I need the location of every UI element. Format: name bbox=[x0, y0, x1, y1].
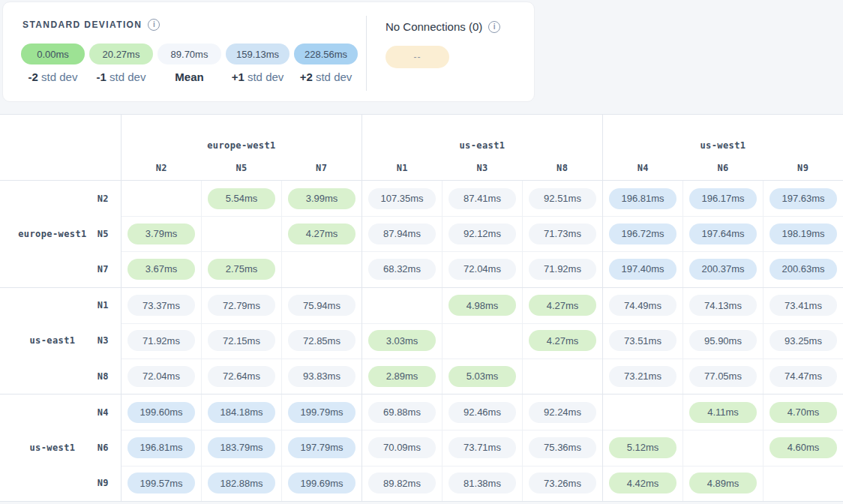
latency-cell: 75.36ms bbox=[522, 430, 602, 465]
latency-pill[interactable]: 197.63ms bbox=[770, 188, 837, 209]
latency-pill[interactable]: 3.99ms bbox=[288, 188, 356, 209]
row-group-us-east1: us-east1N173.37ms72.79ms75.94ms4.98ms4.2… bbox=[0, 287, 843, 394]
latency-cell: 4.70ms bbox=[763, 394, 843, 430]
latency-pill[interactable]: 93.83ms bbox=[288, 366, 356, 387]
latency-pill[interactable]: 4.11ms bbox=[689, 402, 757, 423]
latency-pill[interactable]: 70.09ms bbox=[368, 437, 436, 458]
latency-pill[interactable]: 74.13ms bbox=[689, 295, 757, 316]
latency-pill[interactable]: 72.64ms bbox=[208, 366, 275, 387]
latency-pill[interactable]: 95.90ms bbox=[689, 330, 757, 351]
latency-pill[interactable]: 72.85ms bbox=[288, 330, 356, 351]
latency-pill[interactable]: 4.60ms bbox=[770, 437, 837, 458]
latency-pill[interactable]: 2.89ms bbox=[368, 366, 436, 387]
latency-pill[interactable]: 197.40ms bbox=[609, 259, 676, 280]
latency-pill[interactable]: 71.92ms bbox=[529, 259, 596, 280]
latency-cell: 75.94ms bbox=[281, 288, 362, 323]
latency-cell: 74.49ms bbox=[602, 288, 682, 323]
latency-cell: 199.69ms bbox=[281, 466, 362, 501]
latency-pill[interactable]: 75.36ms bbox=[529, 437, 596, 458]
latency-pill[interactable]: 197.79ms bbox=[288, 437, 356, 458]
legend-title: STANDARD DEVIATION bbox=[22, 20, 142, 30]
latency-pill[interactable]: 73.26ms bbox=[529, 472, 596, 494]
latency-pill[interactable]: 107.35ms bbox=[368, 188, 436, 209]
latency-pill[interactable]: 72.79ms bbox=[208, 295, 275, 316]
latency-pill[interactable]: 92.46ms bbox=[448, 402, 516, 423]
latency-cell: 95.90ms bbox=[682, 323, 763, 358]
latency-cell: 5.12ms bbox=[602, 430, 682, 465]
latency-pill[interactable]: 71.92ms bbox=[128, 330, 195, 351]
latency-pill[interactable]: 196.72ms bbox=[609, 224, 676, 244]
std-dev-info-icon[interactable]: i bbox=[148, 19, 160, 31]
latency-pill[interactable]: 68.32ms bbox=[368, 259, 436, 280]
latency-pill[interactable]: 72.15ms bbox=[208, 330, 275, 351]
latency-pill[interactable]: 198.19ms bbox=[770, 224, 837, 244]
latency-pill[interactable]: 93.25ms bbox=[770, 330, 837, 351]
latency-pill[interactable]: 73.21ms bbox=[609, 366, 676, 387]
latency-pill[interactable]: 81.38ms bbox=[448, 472, 516, 494]
latency-pill[interactable]: 4.42ms bbox=[609, 472, 676, 494]
latency-cell: 73.26ms bbox=[522, 466, 602, 501]
latency-pill[interactable]: 182.88ms bbox=[208, 472, 275, 494]
self-cell bbox=[201, 216, 281, 251]
no-connections-info-icon[interactable]: i bbox=[488, 21, 500, 33]
latency-pill[interactable]: 196.17ms bbox=[689, 188, 757, 209]
latency-pill[interactable]: 87.41ms bbox=[448, 188, 516, 209]
latency-cell: 3.99ms bbox=[281, 181, 362, 216]
latency-pill[interactable]: 199.69ms bbox=[288, 472, 356, 494]
latency-pill[interactable]: 71.73ms bbox=[529, 224, 596, 244]
latency-pill[interactable]: 92.24ms bbox=[529, 402, 596, 423]
row-region-label: europe-west1 bbox=[0, 181, 105, 287]
latency-pill[interactable]: 196.81ms bbox=[609, 188, 676, 209]
latency-cell: 81.38ms bbox=[442, 466, 522, 501]
latency-pill[interactable]: 77.05ms bbox=[689, 366, 757, 387]
latency-pill[interactable]: 4.27ms bbox=[529, 330, 596, 351]
latency-pill[interactable]: 4.70ms bbox=[770, 402, 837, 423]
latency-pill[interactable]: 5.12ms bbox=[609, 437, 676, 458]
latency-pill[interactable]: 197.64ms bbox=[689, 224, 757, 244]
latency-pill[interactable]: 199.60ms bbox=[128, 402, 195, 423]
latency-pill[interactable]: 199.57ms bbox=[128, 472, 195, 494]
latency-cell: 92.12ms bbox=[442, 216, 522, 251]
latency-pill[interactable]: 73.51ms bbox=[609, 330, 676, 351]
latency-cell: 199.57ms bbox=[121, 466, 201, 501]
row-region-label: us-west1 bbox=[0, 394, 105, 501]
latency-pill[interactable]: 5.54ms bbox=[208, 188, 275, 209]
latency-pill[interactable]: 2.75ms bbox=[208, 259, 275, 280]
latency-cell: 5.54ms bbox=[201, 181, 281, 216]
latency-pill[interactable]: 196.81ms bbox=[128, 437, 195, 458]
latency-pill[interactable]: 74.47ms bbox=[770, 366, 837, 387]
latency-pill[interactable]: 4.27ms bbox=[288, 224, 356, 244]
latency-pill[interactable]: 200.63ms bbox=[770, 259, 837, 280]
legend-pill-plus2: 228.56ms bbox=[294, 44, 358, 64]
latency-pill[interactable]: 69.88ms bbox=[368, 402, 436, 423]
latency-pill[interactable]: 199.79ms bbox=[288, 402, 356, 423]
latency-cell: 92.51ms bbox=[522, 181, 602, 216]
latency-pill[interactable]: 3.67ms bbox=[128, 259, 195, 280]
latency-cell: 2.75ms bbox=[201, 251, 281, 286]
latency-pill[interactable]: 4.27ms bbox=[529, 295, 596, 316]
latency-pill[interactable]: 4.89ms bbox=[689, 472, 757, 494]
latency-pill[interactable]: 74.49ms bbox=[609, 295, 676, 316]
latency-pill[interactable]: 72.04ms bbox=[128, 366, 195, 387]
latency-pill[interactable]: 75.94ms bbox=[288, 295, 356, 316]
latency-pill[interactable]: 73.37ms bbox=[128, 295, 195, 316]
latency-pill[interactable]: 92.12ms bbox=[448, 224, 516, 244]
latency-pill[interactable]: 73.71ms bbox=[448, 437, 516, 458]
latency-pill[interactable]: 5.03ms bbox=[448, 366, 516, 387]
latency-pill[interactable]: 200.37ms bbox=[689, 259, 757, 280]
latency-pill[interactable]: 183.79ms bbox=[208, 437, 275, 458]
latency-pill[interactable]: 89.82ms bbox=[368, 472, 436, 494]
latency-cell: 3.67ms bbox=[121, 251, 201, 286]
latency-pill[interactable]: 3.79ms bbox=[128, 224, 195, 244]
self-cell bbox=[362, 288, 442, 323]
latency-pill[interactable]: 87.94ms bbox=[368, 224, 436, 244]
latency-pill[interactable]: 4.98ms bbox=[448, 295, 516, 316]
latency-pill[interactable]: 184.18ms bbox=[208, 402, 275, 423]
latency-pill[interactable]: 92.51ms bbox=[529, 188, 596, 209]
latency-pill[interactable]: 72.04ms bbox=[448, 259, 516, 280]
latency-cell: 87.94ms bbox=[362, 216, 442, 251]
latency-pill[interactable]: 3.03ms bbox=[368, 330, 436, 351]
self-cell bbox=[121, 181, 201, 216]
latency-pill[interactable]: 73.41ms bbox=[770, 295, 837, 316]
column-group-us-west1: us-west1N4N6N9 bbox=[602, 115, 843, 180]
